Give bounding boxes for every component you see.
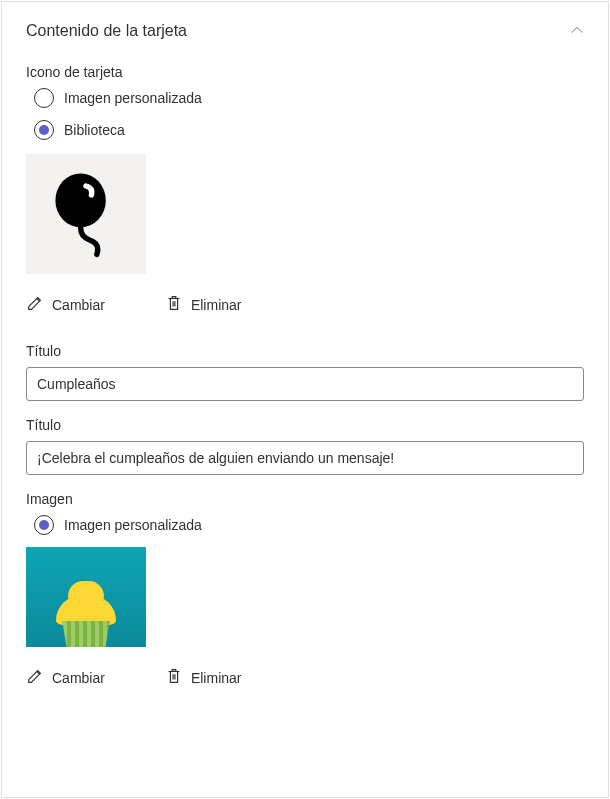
icon-change-button[interactable]: Cambiar: [26, 294, 105, 315]
title-field-group: Título: [26, 343, 584, 401]
icon-radio-group: Imagen personalizada Biblioteca: [26, 88, 584, 140]
icon-delete-button[interactable]: Eliminar: [165, 294, 242, 315]
trash-icon: [165, 294, 183, 315]
radio-icon[interactable]: [34, 120, 54, 140]
radio-icon[interactable]: [34, 88, 54, 108]
image-delete-label: Eliminar: [191, 670, 242, 686]
subtitle-input[interactable]: [26, 441, 584, 475]
image-preview: [26, 547, 146, 647]
icon-radio-library[interactable]: Biblioteca: [34, 120, 584, 140]
title-label: Título: [26, 343, 584, 359]
icon-preview: [26, 154, 146, 274]
image-change-button[interactable]: Cambiar: [26, 667, 105, 688]
image-delete-button[interactable]: Eliminar: [165, 667, 242, 688]
icon-section-label: Icono de tarjeta: [26, 64, 584, 80]
icon-actions: Cambiar Eliminar: [26, 294, 584, 315]
icon-radio-custom-label: Imagen personalizada: [64, 90, 202, 106]
subtitle-field-group: Título: [26, 417, 584, 475]
section-header: Contenido de la tarjeta: [26, 22, 584, 40]
image-radio-custom[interactable]: Imagen personalizada: [34, 515, 584, 535]
icon-radio-custom[interactable]: Imagen personalizada: [34, 88, 584, 108]
trash-icon: [165, 667, 183, 688]
icon-change-label: Cambiar: [52, 297, 105, 313]
svg-point-0: [55, 173, 105, 227]
title-input[interactable]: [26, 367, 584, 401]
image-radio-group: Imagen personalizada: [26, 515, 584, 535]
section-title: Contenido de la tarjeta: [26, 22, 187, 40]
icon-radio-library-label: Biblioteca: [64, 122, 125, 138]
image-radio-custom-label: Imagen personalizada: [64, 517, 202, 533]
icon-delete-label: Eliminar: [191, 297, 242, 313]
radio-icon[interactable]: [34, 515, 54, 535]
balloon-icon: [41, 168, 131, 261]
subtitle-label: Título: [26, 417, 584, 433]
image-section-label: Imagen: [26, 491, 584, 507]
pencil-icon: [26, 667, 44, 688]
image-actions: Cambiar Eliminar: [26, 667, 584, 688]
image-change-label: Cambiar: [52, 670, 105, 686]
card-content-panel: Contenido de la tarjeta Icono de tarjeta…: [1, 1, 609, 798]
chevron-up-icon[interactable]: [570, 23, 584, 40]
pencil-icon: [26, 294, 44, 315]
